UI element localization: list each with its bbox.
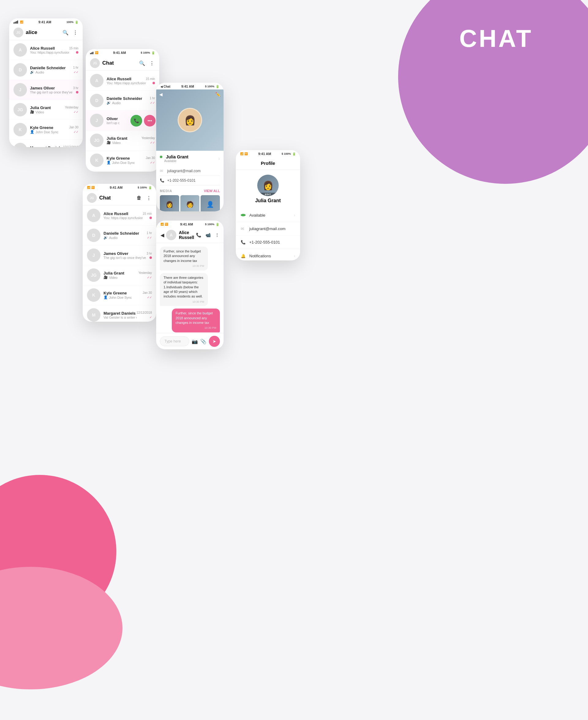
list-item-james[interactable]: J James Oliver The gig isn't up once the… <box>9 80 83 100</box>
time-kyle: Jan 30 <box>69 126 78 129</box>
list-item-alice-4[interactable]: A Alice Russell You: https://app.syncfus… <box>83 206 156 226</box>
list-item-danielle-2[interactable]: D Danielle Schneider 🔊 Audio 1 hr ✓✓ <box>86 91 159 110</box>
list-item-alice-2[interactable]: A Alice Russell You: https://app.syncfus… <box>86 71 159 91</box>
meta-danielle: 1 hr ✓✓ <box>73 66 78 74</box>
time-danielle-4: 1 hr <box>147 231 152 235</box>
profile-status-item[interactable]: Available › <box>236 208 300 222</box>
list-item-kyle[interactable]: K Kyle Greene 👤 John Doe Sync Jan 30 ✓✓ <box>9 120 83 140</box>
status-icons-6: $ 100% 🔋 <box>281 152 296 156</box>
name-margaret-4: Margaret Daniels <box>104 311 136 315</box>
chat-title-label-4: Chat <box>99 195 136 201</box>
list-item-margaret-4[interactable]: M Margaret Daniels Val Geisler is a writ… <box>83 305 156 322</box>
phone-julia-profile: ◀ Chat 9:41 AM $ 100% 🔋 👩 ✏️ ◀ Julia Gra… <box>156 83 224 211</box>
media-thumb-1: 👩 <box>160 195 179 211</box>
status-icons-4: $ 100% 🔋 <box>138 186 152 189</box>
name-alice-2: Alice Russell <box>107 77 146 81</box>
list-item-julia[interactable]: JG Julia Grant 🎥 Video Yesterday ✓✓ <box>9 100 83 120</box>
time-alice-4: 15 min <box>143 212 152 215</box>
back-btn-alice[interactable]: ◀ <box>161 232 164 238</box>
list-item-margaret-2[interactable]: M Margaret Daniels Val Geisler is a writ… <box>86 170 159 171</box>
user-avatar-header: JG <box>14 27 23 37</box>
search-icon[interactable]: 🔍 <box>62 29 69 36</box>
battery-label: 100% <box>66 21 74 24</box>
status-icons: 100% 🔋 <box>66 21 78 24</box>
media-thumb-2: 🧑 <box>181 195 200 211</box>
profile-phone-item: 📞 +1-202-555-0101 <box>236 235 300 249</box>
call-icon-conv[interactable]: 📞 <box>196 232 201 238</box>
list-item-james-4[interactable]: J James Oliver The gig isn't up once the… <box>83 245 156 265</box>
list-item-julia-2[interactable]: JG Julia Grant 🎥 Video Yesterday ✓✓ <box>86 130 159 150</box>
status-dot-icon <box>241 214 246 216</box>
more-action-btn[interactable]: ••• <box>144 115 155 126</box>
meta-alice-2: 15 min <box>146 77 155 84</box>
conversation-header-alice: ◀ A Alice Russell 📞 📹 ⋮ <box>156 227 224 243</box>
unread-james <box>76 91 78 94</box>
time-james-4: 3 hr <box>147 252 152 255</box>
time-julia-4: Yesterday <box>139 271 152 274</box>
preview-danielle-2: 🔊 Audio <box>107 101 150 105</box>
meta-kyle: Jan 30 ✓✓ <box>69 126 78 133</box>
list-item-alice[interactable]: A Alice Russell You: https://app.syncfus… <box>9 40 83 60</box>
julia-arrow[interactable]: › <box>218 156 220 162</box>
swipe-item-container: J Oliver isn't up once they've handed 📞 … <box>86 110 159 130</box>
avatar-julia-4: JG <box>87 268 101 282</box>
more-icon-4[interactable]: ⋮ <box>146 195 152 201</box>
chat-header-1: JG alice 🔍 ⋮ <box>9 25 83 40</box>
call-action-btn[interactable]: 📞 <box>130 115 142 126</box>
preview-julia-4: 🎥 Video <box>104 275 139 280</box>
msg-1-text: Further, since the budget 2018 announced… <box>164 249 201 263</box>
profile-notifications-item[interactable]: 🔔 Notifications › <box>236 249 300 261</box>
content-margaret: Margaret Daniels Val Geisler is a writer… <box>30 146 63 147</box>
status-icons-2: $ 100% 🔋 <box>141 51 155 55</box>
delete-icon[interactable]: 🗑 <box>136 195 142 201</box>
msg-1: Further, since the budget 2018 announced… <box>160 247 208 270</box>
message-input[interactable]: Type here <box>160 336 189 346</box>
status-bar-5: 📶 🛜 9:41 AM $ 100% 🔋 <box>156 221 224 227</box>
list-item-kyle-4[interactable]: K Kyle Greene 👤 John Doe Sync Jan 30 ✓✓ <box>83 285 156 305</box>
list-item-kyle-2[interactable]: K Kyle Greene 👤 John Doe Sync Jan 30 ✓✓ <box>86 150 159 170</box>
camera-icon[interactable]: 📷 <box>192 338 198 344</box>
content-alice-2: Alice Russell You: https://app.syncfusio… <box>107 77 146 85</box>
list-item-danielle-4[interactable]: D Danielle Schneider 🔊 Audio 1 hr ✓✓ <box>83 226 156 245</box>
edit-photo-icon[interactable]: ✏️ <box>215 92 220 97</box>
bat-3: 🔋 <box>216 85 219 88</box>
status-time: 9:41 AM <box>39 20 51 24</box>
time-kyle-4: Jan 30 <box>143 291 152 294</box>
battery-pct-5: $ 100% <box>205 223 214 226</box>
profile-avatar-section: 👩 EDIT Julia Grant <box>236 170 300 208</box>
view-all-btn[interactable]: VIEW ALL <box>204 189 220 193</box>
more-icon[interactable]: ⋮ <box>72 29 78 36</box>
list-item-margaret[interactable]: M Margaret Daniels Val Geisler is a writ… <box>9 140 83 147</box>
avatar-alice-4: A <box>87 209 101 222</box>
list-item-danielle[interactable]: D Danielle Schneider 🔊 Audio 1 hr ✓✓ <box>9 60 83 80</box>
more-icon-conv[interactable]: ⋮ <box>215 232 219 238</box>
list-item-julia-4[interactable]: JG Julia Grant 🎥 Video Yesterday ✓✓ <box>83 265 156 285</box>
back-icon-3[interactable]: ◀ <box>159 92 163 97</box>
signal-icon-2 <box>90 52 93 54</box>
attach-icon[interactable]: 📎 <box>200 338 206 344</box>
content-julia-2: Julia Grant 🎥 Video <box>107 136 142 145</box>
media-section: MEDIA VIEW ALL 👩 🧑 👤 <box>160 189 220 211</box>
check-margaret-4: ✓ <box>149 315 152 319</box>
content-james-4: James Oliver The gig isn't up once they'… <box>104 251 147 260</box>
status-time-2: 9:41 AM <box>113 51 126 55</box>
avatar-james: J <box>14 83 27 97</box>
phone-chatlist-delete: 📶 🛜 9:41 AM $ 100% 🔋 JG Chat 🗑 ⋮ A Alice… <box>83 184 156 322</box>
search-icon-2[interactable]: 🔍 <box>139 60 145 66</box>
video-icon-conv[interactable]: 📹 <box>206 232 211 238</box>
header-icons-4: 🗑 ⋮ <box>136 195 152 201</box>
phone-full-profile: 📶 🛜 9:41 AM $ 100% 🔋 Profile 👩 EDIT Juli… <box>236 150 300 261</box>
edit-badge[interactable]: EDIT <box>257 193 279 196</box>
messages-area: Further, since the budget 2018 announced… <box>156 243 224 333</box>
more-icon-2[interactable]: ⋮ <box>149 60 155 66</box>
meta-james-4: 3 hr <box>147 252 152 259</box>
status-time-3: 9:41 AM <box>181 85 194 88</box>
time-danielle: 1 hr <box>73 66 78 69</box>
meta-julia-2: Yesterday ✓✓ <box>142 136 155 144</box>
preview-jamesoliver-swipe: isn't up once they've handed <box>107 121 120 125</box>
content-kyle-2: Kyle Greene 👤 John Doe Sync <box>107 156 146 165</box>
preview-james-4: The gig isn't up once they've handed <box>104 256 147 260</box>
send-button[interactable]: ➤ <box>209 336 220 347</box>
email-icon-profile: ✉ <box>241 226 246 231</box>
media-thumb-3: 👤 <box>201 195 220 211</box>
